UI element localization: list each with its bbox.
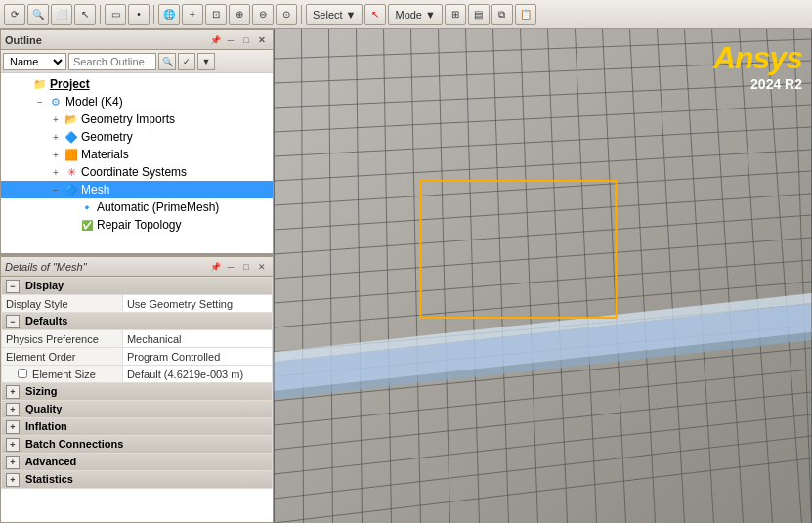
- toolbar-btn-nav[interactable]: +: [182, 4, 203, 25]
- sep3: [301, 5, 302, 24]
- outline-close-btn[interactable]: ✕: [255, 33, 269, 47]
- main-area: Outline 📌 ─ □ ✕ Name 🔍 ✓ ▼: [0, 29, 812, 523]
- inflation-toggle[interactable]: +: [6, 420, 20, 434]
- advanced-toggle[interactable]: +: [6, 456, 20, 469]
- outline-pin-btn[interactable]: 📌: [208, 33, 222, 47]
- outline-panel: Outline 📌 ─ □ ✕ Name 🔍 ✓ ▼: [0, 29, 274, 254]
- element-size-checkbox[interactable]: [18, 369, 27, 378]
- details-header-icons: 📌 ─ □ ✕: [208, 260, 269, 274]
- viewport[interactable]: Ansys 2024 R2: [274, 29, 812, 523]
- section-batch-connections[interactable]: + Batch Connections: [2, 436, 273, 454]
- section-sizing[interactable]: + Sizing: [2, 383, 273, 401]
- details-header: Details of "Mesh" 📌 ─ □ ✕: [1, 257, 273, 277]
- section-quality[interactable]: + Quality: [2, 401, 273, 418]
- toolbar-btn-square[interactable]: ▭: [105, 4, 126, 25]
- toolbar-btn-grid[interactable]: ⊞: [445, 4, 466, 25]
- tree-item-coord-systems[interactable]: + ✳ Coordinate Systems: [1, 163, 273, 181]
- statistics-toggle[interactable]: +: [6, 473, 20, 487]
- details-close-btn[interactable]: ✕: [255, 260, 269, 274]
- details-min-btn[interactable]: ─: [224, 260, 237, 274]
- tree-item-materials[interactable]: + 🟧 Materials: [1, 146, 273, 163]
- toolbar-btn-box[interactable]: ⬜: [51, 4, 72, 25]
- ansys-logo: Ansys 2024 R2: [713, 39, 802, 93]
- svg-rect-0: [275, 29, 812, 523]
- toolbar-btn-cursor[interactable]: ↖: [74, 4, 96, 25]
- outline-search-btn[interactable]: 🔍: [158, 53, 176, 70]
- element-order-val[interactable]: Program Controlled: [122, 348, 272, 366]
- sizing-toggle[interactable]: +: [6, 385, 20, 399]
- mesh-expand[interactable]: −: [48, 182, 64, 197]
- select-dropdown[interactable]: Select ▼: [306, 4, 363, 25]
- mode-label: Mode: [395, 9, 422, 21]
- sizing-label: Sizing: [25, 385, 57, 397]
- quality-toggle[interactable]: +: [6, 403, 20, 416]
- section-inflation[interactable]: + Inflation: [2, 418, 273, 436]
- advanced-label: Advanced: [25, 456, 77, 467]
- project-icon: 📁: [32, 76, 48, 92]
- outline-max-btn[interactable]: □: [239, 33, 253, 47]
- coordsys-expand[interactable]: +: [48, 164, 64, 180]
- toolbar-btn-layout[interactable]: ▤: [468, 4, 490, 25]
- repairtopo-expand: [64, 217, 79, 233]
- geometry-expand[interactable]: +: [48, 129, 64, 145]
- tree-item-mesh[interactable]: − 🔷 Mesh: [1, 181, 273, 198]
- section-statistics[interactable]: + Statistics: [2, 471, 273, 489]
- outline-min-btn[interactable]: ─: [224, 33, 237, 47]
- geomimports-label: Geometry Imports: [79, 112, 175, 126]
- tree-item-model[interactable]: − ⚙ Model (K4): [1, 93, 273, 110]
- geomimports-expand[interactable]: +: [48, 111, 64, 127]
- section-advanced[interactable]: + Advanced: [2, 454, 273, 471]
- prop-physics-pref: Physics Preference Mechanical: [2, 330, 273, 348]
- physics-pref-key: Physics Preference: [2, 330, 123, 348]
- sep2: [153, 5, 154, 24]
- tree-item-geometry[interactable]: + 🔷 Geometry: [1, 128, 273, 146]
- outline-toolbar: Name 🔍 ✓ ▼: [1, 50, 273, 73]
- toolbar-btn-zoom-in[interactable]: 🔍: [27, 4, 49, 25]
- outline-search-input[interactable]: [68, 53, 156, 70]
- details-pin-btn[interactable]: 📌: [208, 260, 222, 274]
- prop-display-style: Display Style Use Geometry Setting: [2, 295, 273, 313]
- repairtopo-label: Repair Topology: [95, 218, 182, 232]
- display-toggle[interactable]: −: [6, 280, 20, 293]
- display-style-val[interactable]: Use Geometry Setting: [122, 295, 272, 313]
- outline-arrow-btn[interactable]: ▼: [197, 53, 215, 70]
- toolbar-btn-zoom-fit[interactable]: ⊡: [205, 4, 227, 25]
- section-defaults[interactable]: − Defaults: [2, 313, 273, 330]
- details-table: − Display Display Style Use Geometry Set…: [1, 277, 273, 522]
- tree-item-auto-mesh[interactable]: 🔹 Automatic (PrimeMesh): [1, 198, 273, 216]
- toolbar-btn-zoom-out[interactable]: ⊖: [252, 4, 274, 25]
- toolbar-btn-paste[interactable]: 📋: [515, 4, 536, 25]
- display-style-key: Display Style: [2, 295, 123, 313]
- toolbar-btn-zoom-reset[interactable]: ⊙: [276, 4, 297, 25]
- repairtopo-icon: ✅: [79, 217, 95, 233]
- section-display[interactable]: − Display: [2, 278, 273, 295]
- geomimports-icon: 📂: [64, 111, 79, 127]
- defaults-toggle[interactable]: −: [6, 315, 20, 328]
- toolbar-btn-dot[interactable]: •: [128, 4, 150, 25]
- element-size-key: Element Size: [2, 366, 123, 383]
- automesh-icon: 🔹: [79, 199, 95, 215]
- toolbar-btn-zoom-box[interactable]: ⊕: [229, 4, 250, 25]
- batch-connections-toggle[interactable]: +: [6, 438, 20, 452]
- outline-check-btn[interactable]: ✓: [178, 53, 195, 70]
- outline-filter-select[interactable]: Name: [3, 53, 66, 70]
- project-expand[interactable]: [17, 76, 32, 92]
- materials-icon: 🟧: [64, 147, 79, 162]
- ansys-logo-text: Ansys: [713, 39, 802, 76]
- details-max-btn[interactable]: □: [239, 260, 253, 274]
- toolbar-btn-globe[interactable]: 🌐: [158, 4, 180, 25]
- materials-expand[interactable]: +: [48, 147, 64, 162]
- tree-item-repair-topo[interactable]: ✅ Repair Topology: [1, 216, 273, 234]
- toolbar-btn-copy[interactable]: ⧉: [491, 4, 513, 25]
- mode-dropdown[interactable]: Mode ▼: [388, 4, 442, 25]
- display-section-label: Display: [25, 280, 64, 291]
- toolbar-btn-rotate[interactable]: ⟳: [4, 4, 25, 25]
- top-toolbar: ⟳ 🔍 ⬜ ↖ ▭ • 🌐 + ⊡ ⊕ ⊖ ⊙ Select ▼ ↖ Mode …: [0, 0, 812, 29]
- inflation-label: Inflation: [25, 420, 67, 432]
- tree-item-geom-imports[interactable]: + 📂 Geometry Imports: [1, 110, 273, 128]
- element-size-val[interactable]: Default (4.6219e-003 m): [122, 366, 272, 383]
- model-expand[interactable]: −: [32, 94, 48, 109]
- toolbar-btn-cursor2[interactable]: ↖: [364, 4, 386, 25]
- physics-pref-val[interactable]: Mechanical: [122, 330, 272, 348]
- tree-item-project[interactable]: 📁 Project: [1, 75, 273, 93]
